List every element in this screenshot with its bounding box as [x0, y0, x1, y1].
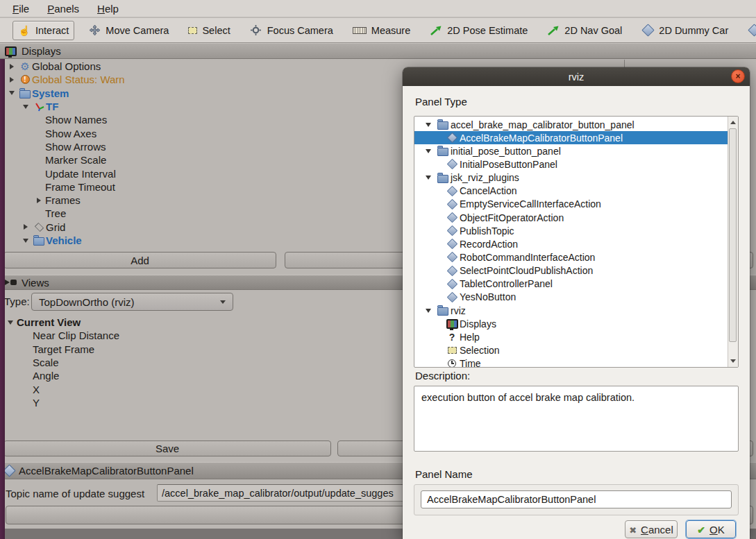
dialog-titlebar[interactable]: rviz	[403, 67, 750, 86]
chevron-right-icon[interactable]	[33, 198, 45, 203]
tree-item-label: rviz	[451, 305, 466, 316]
diamond-icon	[444, 240, 460, 248]
diamond-icon	[444, 134, 460, 142]
gear-icon	[18, 61, 32, 71]
diamond-icon	[3, 464, 15, 477]
panel-divider	[624, 60, 625, 67]
tree-item[interactable]: RecordAction	[414, 237, 728, 250]
save-button[interactable]: Save	[3, 440, 331, 456]
scrollbar-thumb[interactable]	[729, 128, 737, 342]
ok-button[interactable]: OK	[686, 520, 736, 538]
camera-icon	[10, 280, 17, 285]
tool-select[interactable]: Select	[183, 21, 235, 40]
tree-item-label: Global Status: Warn	[32, 74, 125, 85]
tree-item[interactable]: initial_pose_button_panel	[414, 144, 728, 157]
diamond-icon	[444, 227, 460, 234]
tree-item[interactable]: Time	[414, 357, 728, 368]
chevron-down-icon[interactable]	[421, 176, 435, 180]
tree-item[interactable]: SelectPointCloudPublishAction	[414, 264, 728, 277]
close-icon[interactable]	[731, 69, 745, 83]
tool-move-camera[interactable]: Move Camera	[83, 21, 174, 40]
chevron-down-icon[interactable]	[421, 309, 435, 313]
chevron-down-icon[interactable]	[6, 91, 18, 95]
scroll-up-icon[interactable]	[728, 117, 738, 128]
tree-item[interactable]: Selection	[414, 343, 728, 357]
cancel-button[interactable]: Cancel	[625, 520, 678, 538]
tree-item[interactable]: RobotCommandInterfaceAction	[414, 250, 728, 264]
tree-item-label: RobotCommandInterfaceAction	[460, 252, 595, 263]
tree-item-label: Tree	[45, 207, 66, 219]
tree-item[interactable]: YesNoButton	[414, 291, 728, 304]
folder-icon	[435, 119, 451, 130]
displays-panel-title: Displays	[22, 45, 61, 57]
chevron-down-icon[interactable]	[421, 123, 435, 127]
diamond-icon	[444, 200, 460, 208]
tree-item-label: X	[33, 384, 40, 395]
diamond-icon	[444, 253, 460, 261]
displays-panel-header[interactable]: Displays	[0, 43, 756, 59]
tree-item-label: AccelBrakeMapCalibratorButtonPanel	[460, 132, 623, 144]
tree-item[interactable]: EmptyServiceCallInterfaceAction	[414, 198, 728, 211]
diamond-icon	[444, 280, 460, 288]
tree-item-label: Time	[460, 358, 481, 368]
tree-item-label: TF	[46, 101, 58, 112]
tool-2d-nav-goal[interactable]: 2D Nav Goal	[541, 21, 628, 40]
tree-item-label: Scale	[33, 357, 59, 368]
tree-item-selected[interactable]: AccelBrakeMapCalibratorButtonPanel	[414, 131, 728, 144]
toolbar: Interact Move Camera Select Focus Camera…	[0, 18, 756, 43]
tree-item-label: Help	[460, 332, 480, 343]
ruler-icon	[353, 27, 367, 34]
menu-file[interactable]: File	[8, 1, 33, 16]
tree-item[interactable]: TabletControllerPanel	[414, 277, 728, 291]
menu-panels[interactable]: Panels	[43, 1, 83, 16]
scrollbar[interactable]	[728, 117, 738, 367]
topic-label: Topic name of update suggest	[6, 488, 144, 499]
tool-label: 2D Nav Goal	[564, 25, 622, 36]
tree-item-label: Angle	[33, 370, 59, 382]
scroll-down-icon[interactable]	[728, 356, 738, 366]
tree-item[interactable]: InitialPoseButtonPanel	[414, 157, 728, 171]
chevron-right-icon[interactable]	[6, 64, 18, 69]
tree-item[interactable]: jsk_rviz_plugins	[414, 171, 728, 185]
tool-label: Move Camera	[106, 25, 169, 36]
folder-icon	[18, 88, 32, 99]
diamond-icon	[748, 25, 756, 36]
tool-2d-pose-estimate[interactable]: 2D Pose Estimate	[424, 21, 533, 40]
chevron-down-icon[interactable]	[421, 149, 435, 153]
tree-item[interactable]: accel_brake_map_calibrator_button_panel	[414, 118, 728, 131]
chevron-down-icon[interactable]	[19, 105, 32, 109]
add-button[interactable]: Add	[3, 252, 276, 268]
tree-item-label: Show Names	[45, 114, 107, 126]
tree-item[interactable]: Displays	[414, 317, 728, 330]
tree-item-label: Target Frame	[33, 343, 94, 355]
green-arrow-icon	[430, 25, 442, 36]
chevron-down-icon[interactable]	[4, 320, 17, 325]
tree-item-label: CancelAction	[460, 185, 517, 196]
panel-name-input[interactable]	[421, 490, 732, 508]
tree-item-label: accel_brake_map_calibrator_button_panel	[451, 119, 635, 130]
menu-help[interactable]: Help	[93, 1, 123, 16]
tree-item-label: RecordAction	[460, 239, 518, 250]
chevron-right-icon[interactable]	[6, 77, 18, 83]
tool-interact[interactable]: Interact	[12, 21, 74, 40]
tool-2d-dummy-pedestrian[interactable]: 2D Dummy Pedestrian	[742, 21, 756, 40]
chevron-down-icon[interactable]	[19, 239, 32, 243]
tree-item-label: TabletControllerPanel	[460, 278, 553, 289]
chevron-right-icon[interactable]	[19, 224, 32, 230]
tree-item[interactable]: ObjectFitOperatorAction	[414, 211, 728, 224]
tree-item-label: Show Arrows	[45, 141, 106, 153]
tree-item[interactable]: PublishTopic	[414, 224, 728, 237]
tree-item[interactable]: Help	[414, 330, 728, 343]
folder-icon	[435, 305, 451, 316]
tree-item-label: Marker Scale	[45, 154, 106, 166]
tool-focus-camera[interactable]: Focus Camera	[244, 21, 339, 40]
warning-icon	[18, 75, 32, 84]
tree-item-label: initial_pose_button_panel	[451, 146, 561, 157]
crosshair-icon	[250, 25, 262, 36]
view-type-select[interactable]: TopDownOrtho (rviz)	[31, 293, 233, 311]
tool-2d-dummy-car[interactable]: 2D Dummy Car	[636, 21, 734, 40]
tool-measure[interactable]: Measure	[347, 21, 416, 40]
tree-item[interactable]: CancelAction	[414, 185, 728, 198]
tree-item[interactable]: rviz	[414, 304, 728, 317]
tree-item-label: Frame Timeout	[45, 181, 115, 193]
